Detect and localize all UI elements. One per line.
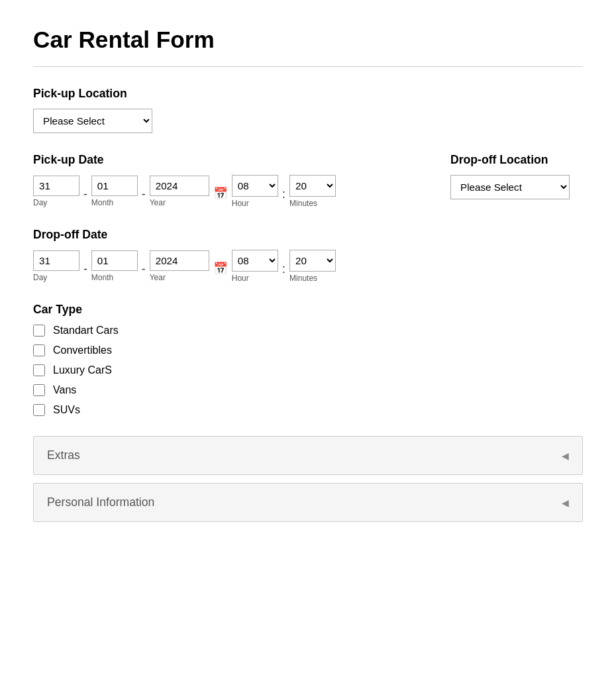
pickup-date-inputs: Day - Month - Year 📅 010203 040506	[33, 175, 336, 208]
convertibles-checkbox[interactable]	[33, 344, 45, 356]
vans-checkbox[interactable]	[33, 384, 45, 396]
pickup-hour-field: 010203 040506 070809 101112 131415 16171…	[232, 175, 278, 208]
pickup-month-input[interactable]	[91, 176, 138, 196]
dropoff-month-field: Month	[91, 250, 138, 282]
dropoff-day-label: Day	[33, 273, 47, 282]
pickup-day-label: Day	[33, 198, 47, 207]
list-item[interactable]: SUVs	[33, 404, 583, 416]
dropoff-minutes-field: 000510 152025 303540 455055 Minutes	[289, 250, 336, 283]
list-item[interactable]: Vans	[33, 384, 583, 396]
dropoff-month-input[interactable]	[91, 250, 138, 271]
page-title: Car Rental Form	[33, 26, 583, 53]
dropoff-hour-label: Hour	[232, 274, 249, 283]
pickup-date-section: Pick-up Date Day - Month - Year 📅	[33, 153, 583, 208]
pickup-minutes-field: 000510 152025 303540 455055 Minutes	[289, 175, 336, 208]
title-divider	[33, 66, 583, 67]
dropoff-location-select-wrapper: Please Select Airport City Center Hotel	[450, 175, 583, 199]
convertibles-label: Convertibles	[53, 344, 112, 356]
dropoff-date-inputs: Day - Month - Year 📅 010203 040506 07080…	[33, 250, 583, 283]
car-type-label: Car Type	[33, 303, 583, 317]
standard-cars-checkbox[interactable]	[33, 325, 45, 337]
personal-info-label: Personal Information	[47, 495, 154, 509]
pickup-location-select-wrapper: Please Select Airport City Center Hotel	[33, 109, 583, 133]
dropoff-hour-field: 010203 040506 070809 101112 131415 16171…	[232, 250, 278, 283]
extras-arrow-icon: ◀	[562, 450, 569, 461]
pickup-minutes-label: Minutes	[289, 199, 317, 208]
dropoff-time-sep: :	[282, 262, 285, 276]
car-type-section: Car Type Standart Cars Convertibles Luxu…	[33, 303, 583, 416]
pickup-year-label: Year	[150, 198, 166, 207]
pickup-day-field: Day	[33, 176, 79, 207]
dropoff-year-field: Year	[150, 250, 209, 282]
pickup-month-field: Month	[91, 176, 138, 207]
pickup-month-label: Month	[91, 198, 113, 207]
dropoff-hour-select[interactable]: 010203 040506 070809 101112 131415 16171…	[232, 250, 278, 272]
pickup-sep-1: -	[83, 187, 87, 201]
pickup-date-left: Pick-up Date Day - Month - Year 📅	[33, 153, 336, 208]
dropoff-calendar-icon[interactable]: 📅	[213, 262, 228, 276]
dropoff-location-label: Drop-off Location	[450, 153, 583, 167]
dropoff-sep-2: -	[142, 262, 146, 276]
dropoff-location-select[interactable]: Please Select Airport City Center Hotel	[450, 175, 570, 199]
dropoff-year-label: Year	[150, 273, 166, 282]
extras-header[interactable]: Extras ◀	[34, 437, 582, 474]
extras-section: Extras ◀	[33, 436, 583, 475]
suvs-label: SUVs	[53, 404, 80, 416]
pickup-year-field: Year	[150, 176, 209, 207]
personal-info-header[interactable]: Personal Information ◀	[34, 484, 582, 521]
suvs-checkbox[interactable]	[33, 404, 45, 416]
car-type-list: Standart Cars Convertibles Luxury CarS V…	[33, 325, 583, 416]
list-item[interactable]: Standart Cars	[33, 325, 583, 337]
pickup-location-label: Pick-up Location	[33, 87, 583, 101]
dropoff-sep-1: -	[83, 262, 87, 276]
extras-label: Extras	[47, 448, 80, 462]
pickup-hour-label: Hour	[232, 199, 249, 208]
dropoff-date-section: Drop-off Date Day - Month - Year 📅 01020…	[33, 228, 583, 283]
pickup-date-row: Pick-up Date Day - Month - Year 📅	[33, 153, 583, 208]
personal-info-section: Personal Information ◀	[33, 483, 583, 522]
list-item[interactable]: Luxury CarS	[33, 364, 583, 376]
pickup-sep-2: -	[142, 187, 146, 201]
dropoff-day-input[interactable]	[33, 250, 79, 271]
dropoff-day-field: Day	[33, 250, 79, 282]
dropoff-location-section: Drop-off Location Please Select Airport …	[450, 153, 583, 199]
dropoff-minutes-select[interactable]: 000510 152025 303540 455055	[289, 250, 336, 272]
pickup-time-sep: :	[282, 187, 285, 201]
pickup-minutes-select[interactable]: 000510 152025 303540 455055	[289, 175, 336, 197]
standard-cars-label: Standart Cars	[53, 325, 119, 337]
pickup-location-section: Pick-up Location Please Select Airport C…	[33, 87, 583, 133]
dropoff-date-label: Drop-off Date	[33, 228, 583, 242]
vans-label: Vans	[53, 384, 76, 396]
dropoff-minutes-label: Minutes	[289, 274, 317, 283]
pickup-date-label: Pick-up Date	[33, 153, 336, 167]
pickup-hour-select[interactable]: 010203 040506 070809 101112 131415 16171…	[232, 175, 278, 197]
dropoff-year-input[interactable]	[150, 250, 209, 271]
dropoff-month-label: Month	[91, 273, 113, 282]
pickup-calendar-icon[interactable]: 📅	[213, 187, 228, 201]
luxury-cars-checkbox[interactable]	[33, 364, 45, 376]
pickup-year-input[interactable]	[150, 176, 209, 196]
pickup-location-select[interactable]: Please Select Airport City Center Hotel	[33, 109, 152, 133]
luxury-cars-label: Luxury CarS	[53, 364, 112, 376]
pickup-day-input[interactable]	[33, 176, 79, 196]
list-item[interactable]: Convertibles	[33, 344, 583, 356]
personal-info-arrow-icon: ◀	[562, 497, 569, 508]
